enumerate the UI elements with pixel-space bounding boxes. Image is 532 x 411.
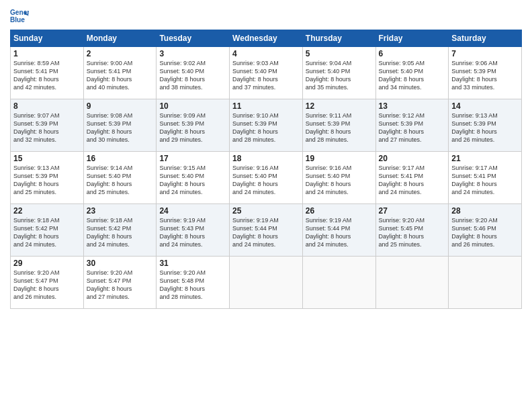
cell-content: Sunrise: 9:18 AM Sunset: 5:42 PM Dayligh… <box>13 216 81 249</box>
day-number: 26 <box>306 206 373 216</box>
cell-content: Sunrise: 9:20 AM Sunset: 5:47 PM Dayligh… <box>13 269 81 302</box>
calendar-container: General Blue SundayMondayTuesdayWednesda… <box>0 0 532 316</box>
calendar-cell: 6Sunrise: 9:05 AM Sunset: 5:40 PM Daylig… <box>375 47 449 99</box>
week-row-1: 1Sunrise: 8:59 AM Sunset: 5:41 PM Daylig… <box>11 47 522 99</box>
calendar-cell: 14Sunrise: 9:13 AM Sunset: 5:39 PM Dayli… <box>449 99 522 152</box>
day-number: 12 <box>306 101 373 111</box>
calendar-cell <box>302 257 375 309</box>
col-header-thursday: Thursday <box>302 30 375 47</box>
calendar-cell: 19Sunrise: 9:16 AM Sunset: 5:40 PM Dayli… <box>302 152 375 204</box>
col-header-monday: Monday <box>83 30 157 47</box>
calendar-cell: 11Sunrise: 9:10 AM Sunset: 5:39 PM Dayli… <box>230 99 303 152</box>
col-header-friday: Friday <box>375 30 449 47</box>
day-number: 6 <box>379 49 446 58</box>
calendar-cell: 2Sunrise: 9:00 AM Sunset: 5:41 PM Daylig… <box>83 47 157 99</box>
col-header-sunday: Sunday <box>11 30 84 47</box>
day-number: 11 <box>232 101 300 111</box>
cell-content: Sunrise: 9:20 AM Sunset: 5:45 PM Dayligh… <box>379 216 446 249</box>
day-number: 4 <box>232 49 300 58</box>
day-number: 24 <box>159 206 226 216</box>
cell-content: Sunrise: 9:13 AM Sunset: 5:39 PM Dayligh… <box>451 111 519 144</box>
cell-content: Sunrise: 9:06 AM Sunset: 5:39 PM Dayligh… <box>451 59 519 92</box>
calendar-cell: 28Sunrise: 9:20 AM Sunset: 5:46 PM Dayli… <box>449 204 522 257</box>
calendar-cell: 4Sunrise: 9:03 AM Sunset: 5:40 PM Daylig… <box>230 47 303 99</box>
calendar-cell: 30Sunrise: 9:20 AM Sunset: 5:47 PM Dayli… <box>83 257 157 309</box>
cell-content: Sunrise: 9:19 AM Sunset: 5:44 PM Dayligh… <box>232 216 300 249</box>
calendar-cell: 26Sunrise: 9:19 AM Sunset: 5:44 PM Dayli… <box>302 204 375 257</box>
cell-content: Sunrise: 9:20 AM Sunset: 5:48 PM Dayligh… <box>159 269 226 302</box>
day-number: 25 <box>232 206 300 216</box>
col-header-wednesday: Wednesday <box>230 30 303 47</box>
calendar-cell: 1Sunrise: 8:59 AM Sunset: 5:41 PM Daylig… <box>11 47 84 99</box>
cell-content: Sunrise: 9:08 AM Sunset: 5:39 PM Dayligh… <box>87 111 154 144</box>
calendar-cell: 25Sunrise: 9:19 AM Sunset: 5:44 PM Dayli… <box>230 204 303 257</box>
day-number: 19 <box>306 154 373 163</box>
cell-content: Sunrise: 9:19 AM Sunset: 5:43 PM Dayligh… <box>159 216 226 249</box>
day-number: 8 <box>13 101 81 111</box>
calendar-cell <box>375 257 449 309</box>
svg-text:Blue: Blue <box>10 16 25 24</box>
day-number: 30 <box>87 259 154 268</box>
calendar-cell: 23Sunrise: 9:18 AM Sunset: 5:42 PM Dayli… <box>83 204 157 257</box>
day-number: 28 <box>451 206 519 216</box>
calendar-cell: 24Sunrise: 9:19 AM Sunset: 5:43 PM Dayli… <box>157 204 230 257</box>
cell-content: Sunrise: 9:17 AM Sunset: 5:41 PM Dayligh… <box>451 164 519 197</box>
logo: General Blue <box>10 7 29 26</box>
day-number: 10 <box>159 101 226 111</box>
week-row-4: 22Sunrise: 9:18 AM Sunset: 5:42 PM Dayli… <box>11 204 522 257</box>
calendar-table: SundayMondayTuesdayWednesdayThursdayFrid… <box>10 30 522 309</box>
day-number: 31 <box>159 259 226 268</box>
cell-content: Sunrise: 9:20 AM Sunset: 5:47 PM Dayligh… <box>87 269 154 302</box>
day-number: 9 <box>87 101 154 111</box>
calendar-cell: 27Sunrise: 9:20 AM Sunset: 5:45 PM Dayli… <box>375 204 449 257</box>
calendar-cell: 3Sunrise: 9:02 AM Sunset: 5:40 PM Daylig… <box>157 47 230 99</box>
calendar-cell <box>230 257 303 309</box>
calendar-cell: 17Sunrise: 9:15 AM Sunset: 5:40 PM Dayli… <box>157 152 230 204</box>
day-number: 7 <box>451 49 519 58</box>
cell-content: Sunrise: 9:16 AM Sunset: 5:40 PM Dayligh… <box>306 164 373 197</box>
day-number: 5 <box>306 49 373 58</box>
cell-content: Sunrise: 9:18 AM Sunset: 5:42 PM Dayligh… <box>87 216 154 249</box>
col-header-saturday: Saturday <box>449 30 522 47</box>
day-number: 27 <box>379 206 446 216</box>
day-number: 29 <box>13 259 81 268</box>
day-number: 22 <box>13 206 81 216</box>
cell-content: Sunrise: 9:10 AM Sunset: 5:39 PM Dayligh… <box>232 111 300 144</box>
cell-content: Sunrise: 9:15 AM Sunset: 5:40 PM Dayligh… <box>159 164 226 197</box>
cell-content: Sunrise: 9:04 AM Sunset: 5:40 PM Dayligh… <box>306 59 373 92</box>
calendar-cell: 15Sunrise: 9:13 AM Sunset: 5:39 PM Dayli… <box>11 152 84 204</box>
week-row-5: 29Sunrise: 9:20 AM Sunset: 5:47 PM Dayli… <box>11 257 522 309</box>
cell-content: Sunrise: 9:09 AM Sunset: 5:39 PM Dayligh… <box>159 111 226 144</box>
day-number: 21 <box>451 154 519 163</box>
calendar-cell: 31Sunrise: 9:20 AM Sunset: 5:48 PM Dayli… <box>157 257 230 309</box>
cell-content: Sunrise: 9:02 AM Sunset: 5:40 PM Dayligh… <box>159 59 226 92</box>
calendar-cell: 8Sunrise: 9:07 AM Sunset: 5:39 PM Daylig… <box>11 99 84 152</box>
cell-content: Sunrise: 9:14 AM Sunset: 5:40 PM Dayligh… <box>87 164 154 197</box>
cell-content: Sunrise: 9:20 AM Sunset: 5:46 PM Dayligh… <box>451 216 519 249</box>
day-number: 20 <box>379 154 446 163</box>
cell-content: Sunrise: 9:12 AM Sunset: 5:39 PM Dayligh… <box>379 111 446 144</box>
logo-icon: General Blue <box>10 7 29 26</box>
day-number: 18 <box>232 154 300 163</box>
calendar-cell: 10Sunrise: 9:09 AM Sunset: 5:39 PM Dayli… <box>157 99 230 152</box>
col-header-tuesday: Tuesday <box>157 30 230 47</box>
cell-content: Sunrise: 9:03 AM Sunset: 5:40 PM Dayligh… <box>232 59 300 92</box>
cell-content: Sunrise: 8:59 AM Sunset: 5:41 PM Dayligh… <box>13 59 81 92</box>
calendar-cell: 12Sunrise: 9:11 AM Sunset: 5:39 PM Dayli… <box>302 99 375 152</box>
calendar-cell: 18Sunrise: 9:16 AM Sunset: 5:40 PM Dayli… <box>230 152 303 204</box>
calendar-cell: 5Sunrise: 9:04 AM Sunset: 5:40 PM Daylig… <box>302 47 375 99</box>
calendar-cell: 13Sunrise: 9:12 AM Sunset: 5:39 PM Dayli… <box>375 99 449 152</box>
week-row-2: 8Sunrise: 9:07 AM Sunset: 5:39 PM Daylig… <box>11 99 522 152</box>
cell-content: Sunrise: 9:19 AM Sunset: 5:44 PM Dayligh… <box>306 216 373 249</box>
calendar-cell: 22Sunrise: 9:18 AM Sunset: 5:42 PM Dayli… <box>11 204 84 257</box>
header-row: SundayMondayTuesdayWednesdayThursdayFrid… <box>11 30 522 47</box>
cell-content: Sunrise: 9:07 AM Sunset: 5:39 PM Dayligh… <box>13 111 81 144</box>
day-number: 23 <box>87 206 154 216</box>
day-number: 2 <box>87 49 154 58</box>
header: General Blue <box>10 7 522 26</box>
cell-content: Sunrise: 9:17 AM Sunset: 5:41 PM Dayligh… <box>379 164 446 197</box>
day-number: 17 <box>159 154 226 163</box>
cell-content: Sunrise: 9:00 AM Sunset: 5:41 PM Dayligh… <box>87 59 154 92</box>
cell-content: Sunrise: 9:16 AM Sunset: 5:40 PM Dayligh… <box>232 164 300 197</box>
day-number: 3 <box>159 49 226 58</box>
